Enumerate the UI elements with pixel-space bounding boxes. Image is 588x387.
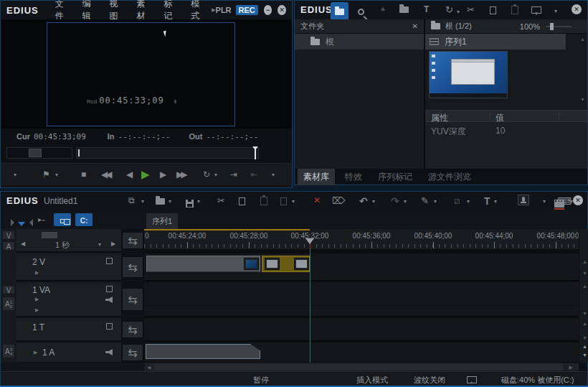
track-expand-icon[interactable]: ▶ xyxy=(35,297,39,302)
audio-clip[interactable] xyxy=(146,344,260,359)
sync-toggle-top[interactable]: ⇆ xyxy=(122,232,143,249)
marker-chevron-icon[interactable]: ▾ xyxy=(55,172,58,178)
scroll-down-icon[interactable]: ▼ xyxy=(582,335,587,340)
transport-more-chevron-icon[interactable]: ▾ xyxy=(272,172,275,178)
fast-forward-icon[interactable]: ▶▶ xyxy=(176,170,185,179)
folder-tree-close-icon[interactable]: ✕ xyxy=(412,23,418,30)
lane-1a[interactable] xyxy=(144,342,579,363)
copy-icon[interactable] xyxy=(490,6,496,14)
refresh-icon[interactable]: ↻ xyxy=(445,5,453,14)
open-project-chevron-icon[interactable]: ▾ xyxy=(169,199,171,205)
lane-2v[interactable] xyxy=(144,253,579,281)
vertical-scrollbar[interactable]: ▲ ▼ ▲ ▼ ▲ ▼ ▲ ▼ xyxy=(579,229,588,363)
lane-1va[interactable] xyxy=(144,282,579,317)
horizontal-scrollbar[interactable]: ◀ ▶ xyxy=(144,363,579,371)
playhead-handle[interactable] xyxy=(305,238,314,244)
search-icon[interactable] xyxy=(358,9,364,15)
timeline-ruler[interactable]: 0 00:45:24;00 00:45:28;00 00:45:32;00 00… xyxy=(144,229,579,249)
shuttle-slider[interactable] xyxy=(6,147,72,159)
patch-video-top[interactable]: V xyxy=(2,230,15,240)
sync-toggle-1t[interactable]: ⇆ xyxy=(122,321,143,338)
position-bar[interactable] xyxy=(76,147,259,159)
timeline-clip-2-selected[interactable] xyxy=(262,256,310,272)
thumbnail-zoom-handle[interactable] xyxy=(550,23,554,30)
add-title-clip-icon[interactable]: T xyxy=(424,5,429,14)
tab-source-browser[interactable]: 源文件浏览 xyxy=(422,169,477,185)
export-chevron-icon[interactable]: ▾ xyxy=(543,199,546,205)
minimize-icon[interactable]: − xyxy=(264,5,272,15)
position-indicator[interactable] xyxy=(78,149,80,157)
close-icon[interactable]: ✕ xyxy=(278,5,286,15)
add-marker-icon[interactable]: ⚑ xyxy=(42,170,50,179)
paste-clip-icon[interactable] xyxy=(260,197,267,205)
scroll-right-icon[interactable]: ▶ xyxy=(569,365,573,370)
bin-scroll-down-icon[interactable]: ▼ xyxy=(580,97,585,102)
title-tool-icon[interactable]: T xyxy=(484,196,490,206)
scale-value[interactable]: 1 秒 xyxy=(31,240,94,251)
track-mute-icon[interactable] xyxy=(106,323,113,330)
scroll-down-icon[interactable]: ▼ xyxy=(582,271,587,276)
track-header-1t[interactable]: 1 T xyxy=(16,318,121,341)
save-project-icon[interactable] xyxy=(186,200,194,208)
pencil-tool-icon[interactable]: ✎ xyxy=(421,196,429,205)
recorder-mode-button[interactable]: REC xyxy=(236,5,258,15)
bin-scroll-up-icon[interactable]: ▲ xyxy=(580,37,585,42)
set-in-point-icon[interactable]: ⇥ xyxy=(230,170,237,179)
sequence-settings-chevron-icon[interactable]: ▾ xyxy=(141,199,144,205)
scale-dropdown-icon[interactable]: ▾ xyxy=(98,242,101,248)
tab-sequence-marker[interactable]: 序列标记 xyxy=(372,169,418,185)
scroll-down-icon[interactable]: ▼ xyxy=(582,353,587,358)
lane-1t[interactable] xyxy=(144,318,579,341)
voice-over-icon[interactable] xyxy=(518,195,529,205)
send-to-timeline-icon[interactable]: ▼ xyxy=(531,6,541,14)
track-expand2-icon[interactable]: ▶ xyxy=(35,307,39,313)
thumbnail-zoom-slider[interactable] xyxy=(546,26,572,27)
paste-icon[interactable] xyxy=(511,6,518,14)
scroll-up-icon[interactable]: ▲ xyxy=(582,259,587,264)
sync-toggle-1va[interactable]: ⇆ xyxy=(122,288,143,311)
refresh-chevron-icon[interactable]: ▾ xyxy=(457,9,460,15)
track-header-1va[interactable]: 1 VA ▶ ▶ xyxy=(16,282,121,317)
clip-list-item[interactable]: 序列1 xyxy=(425,34,566,50)
undo-chevron-icon[interactable]: ▾ xyxy=(372,199,375,205)
insert-overwrite-mode-icon[interactable] xyxy=(11,216,33,229)
track-header-1a[interactable]: ▶ 1 A xyxy=(16,342,121,363)
undo-icon[interactable]: ↶ xyxy=(359,196,368,206)
open-folder-icon[interactable] xyxy=(399,6,409,13)
replace-chevron-icon[interactable]: ▾ xyxy=(292,199,295,205)
ripple-state-label[interactable]: 波纹关闭 xyxy=(414,375,445,386)
transform-icon[interactable]: ⧄ xyxy=(454,196,460,205)
speaker-icon[interactable] xyxy=(105,349,113,355)
patch-audio-34[interactable]: A34 xyxy=(2,344,15,358)
transform-chevron-icon[interactable]: ▾ xyxy=(467,199,470,205)
timeline-clip-1[interactable] xyxy=(146,256,260,272)
speaker-icon[interactable] xyxy=(105,297,113,303)
player-mode-button[interactable]: PLR xyxy=(216,6,232,14)
ripple-mode-button[interactable]: C: xyxy=(75,213,93,226)
horizontal-scroll-thumb[interactable] xyxy=(154,364,563,370)
patch-audio-top[interactable]: A xyxy=(2,241,15,251)
root-folder-item[interactable]: 根 xyxy=(295,34,424,50)
sync-toggle-1a[interactable]: ⇆ xyxy=(122,344,143,361)
track-mute-icon[interactable] xyxy=(106,258,113,264)
step-back-icon[interactable]: ◀ xyxy=(126,170,133,179)
scale-left-icon[interactable]: ◀ xyxy=(21,241,25,247)
play-icon[interactable]: ▶ xyxy=(141,169,150,179)
tab-effects[interactable]: 特效 xyxy=(339,169,368,185)
transport-menu-chevron-icon[interactable]: ▾ xyxy=(14,172,16,178)
open-project-icon[interactable] xyxy=(156,198,165,205)
sequence-tab[interactable]: 序列1 xyxy=(146,213,178,229)
cut-icon[interactable]: ✂ xyxy=(467,5,475,14)
loop-playback-icon[interactable]: ↻ xyxy=(203,170,210,179)
tab-bin[interactable]: 素材库 xyxy=(298,169,335,185)
patch-video-1va[interactable]: V xyxy=(2,285,15,294)
redo-icon[interactable]: ↷ xyxy=(391,196,399,206)
scroll-up-icon[interactable]: ▲ xyxy=(582,321,587,326)
display-status-icon[interactable]: ▪ xyxy=(467,376,477,383)
sync-mode-icon[interactable]: ▸₌ xyxy=(38,216,45,223)
track-expand-icon[interactable]: ▶ xyxy=(35,270,39,276)
sync-toggle-2v[interactable]: ⇆ xyxy=(122,256,143,278)
playhead-line[interactable] xyxy=(310,249,310,363)
scroll-down-icon[interactable]: ▼ xyxy=(582,311,587,316)
track-mute-icon[interactable] xyxy=(106,286,113,292)
